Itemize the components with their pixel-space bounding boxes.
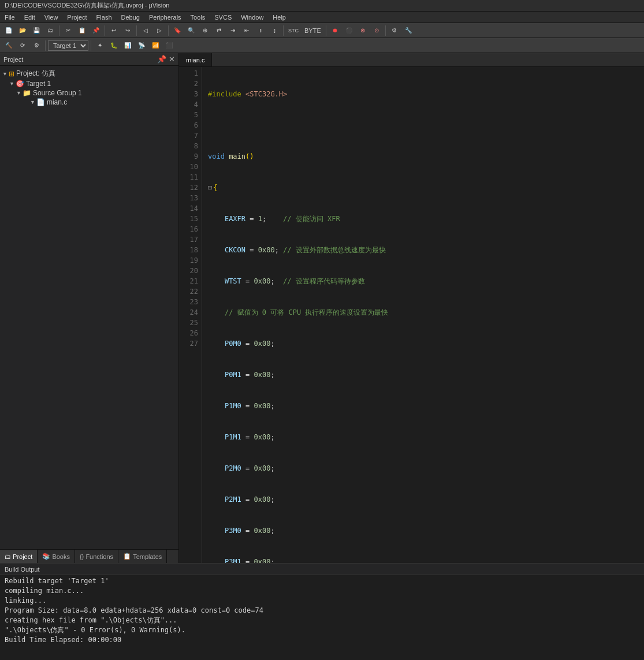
debug-mode-btn[interactable]: 🐛 [107,39,120,52]
ln-25: 25 [179,318,198,328]
step2-btn[interactable]: ⊙ [370,24,383,37]
stop-btn[interactable]: ⚫ [343,24,355,37]
build-line-3: linking... [5,596,639,606]
tab-books[interactable]: 📚 Books [38,550,75,563]
ln-3: 3 [179,89,198,99]
open-file-btn[interactable]: 📂 [16,24,29,37]
ln-7: 7 [179,130,198,141]
build-output-content[interactable]: Rebuild target 'Target 1' compiling mian… [0,575,644,660]
new-file-btn[interactable]: 📄 [2,24,15,37]
menu-window[interactable]: Window [236,13,268,22]
bookmark-btn[interactable]: 🔖 [171,24,184,37]
sidebar-title: Project [3,56,23,63]
paste-btn[interactable]: 📌 [90,24,102,37]
ln-19: 19 [179,255,198,266]
sep5 [283,25,284,36]
tb-btn3[interactable]: 📡 [135,39,148,52]
expand-icon-group: ▼ [16,90,21,96]
undo-btn[interactable]: ↩ [107,24,120,37]
tree-file-mian[interactable]: ▼ 📄 mian.c [0,98,178,107]
nav-back-btn[interactable]: ◁ [139,24,152,37]
menu-svcs[interactable]: SVCS [210,13,236,22]
menu-peripherals[interactable]: Peripherals [144,13,186,22]
sep6 [326,25,326,36]
tree-project-root[interactable]: ▼ ⊞ Project: 仿真 [0,68,178,79]
tb-btn5[interactable]: ⬛ [163,39,176,52]
sidebar-tabs: 🗂 Project 📚 Books {} Functions 📋 Templat… [0,549,178,563]
code-line-4: ⊟{ [208,182,644,193]
code-line-8: // 赋值为 0 可将 CPU 执行程序的速度设置为最快 [208,307,644,318]
copy-btn[interactable]: 📋 [76,24,88,37]
target-label: Target 1 [26,80,51,88]
build-line-6: ".\Objects\仿真" - 0 Error(s), 0 Warning(s… [5,625,639,635]
sep8 [45,40,46,51]
code-line-14: P2M1 = 0x00; [208,494,644,505]
save-btn[interactable]: 💾 [30,24,43,37]
step-btn[interactable]: ⊗ [356,24,369,37]
tab-project-label: Project [13,553,32,560]
build-btn[interactable]: 🔨 [2,39,15,52]
ln-20: 20 [179,266,198,276]
ln-8: 8 [179,141,198,151]
project-tree: ▼ ⊞ Project: 仿真 ▼ 🎯 Target 1 ▼ 📁 Source … [0,66,178,549]
code-line-11: P1M0 = 0x00; [208,401,644,411]
menu-help[interactable]: Help [268,13,291,22]
tb-btn1[interactable]: ✦ [94,39,106,52]
ln-11: 11 [179,172,198,182]
code-editor[interactable]: 1 2 3 4 5 6 7 8 9 10 11 12 13 14 15 16 1… [179,67,644,563]
menu-view[interactable]: View [40,13,63,22]
ln-22: 22 [179,286,198,297]
build-output: Build Output Rebuild target 'Target 1' c… [0,563,644,660]
sep2 [105,25,105,36]
c-file-icon: 📄 [36,98,45,106]
editor-area: mian.c 1 2 3 4 5 6 7 8 9 10 11 12 13 14 … [179,53,644,563]
tab-functions[interactable]: {} Functions [75,550,118,563]
indent-btn[interactable]: ⇥ [226,24,239,37]
tab-books-icon: 📚 [42,553,50,560]
expand-icon-root: ▼ [2,71,8,77]
run-btn[interactable]: ⏺ [329,24,341,37]
rebuild-btn[interactable]: ⟳ [16,39,29,52]
tab-project[interactable]: 🗂 Project [0,550,38,563]
toolbar-1: 📄 📂 💾 🗂 ✂ 📋 📌 ↩ ↪ ◁ ▷ 🔖 🔍 ⊕ ⇄ ⇥ ⇤ ⫾ ⫿ ST… [0,23,644,38]
unindent-btn[interactable]: ⇤ [240,24,253,37]
redo-btn[interactable]: ↪ [121,24,134,37]
code-line-16: P3M1 = 0x00; [208,557,644,563]
menu-flash[interactable]: Flash [92,13,117,22]
expand-icon-file: ▼ [30,99,35,105]
sidebar-pin-btn[interactable]: 📌 [157,55,166,64]
menu-project[interactable]: Project [62,13,91,22]
menu-file[interactable]: File [0,13,20,22]
target-dropdown[interactable]: Target 1 [48,40,88,51]
tb-btn2[interactable]: 📊 [121,39,134,52]
tab-project-icon: 🗂 [5,553,11,560]
stc-btn[interactable]: STC [286,24,301,37]
tree-target[interactable]: ▼ 🎯 Target 1 [0,79,178,88]
build-output-label: Build Output [5,566,40,573]
menu-debug[interactable]: Debug [117,13,144,22]
save-all-btn[interactable]: 🗂 [44,24,57,37]
misc-btn[interactable]: 🔧 [402,24,415,37]
nav-fwd-btn[interactable]: ▷ [153,24,166,37]
settings-btn[interactable]: ⚙ [388,24,401,37]
col-btn[interactable]: ⫾ [254,24,267,37]
target-options-btn[interactable]: ⚙ [30,39,43,52]
code-line-12: P1M1 = 0x00; [208,432,644,442]
sidebar-header: Project 📌 ✕ [0,53,178,66]
menu-tools[interactable]: Tools [186,13,210,22]
build-output-header: Build Output [0,564,644,575]
sidebar-close-btn[interactable]: ✕ [169,55,175,64]
tree-source-group[interactable]: ▼ 📁 Source Group 1 [0,88,178,98]
find2-btn[interactable]: ⊕ [199,24,211,37]
sep4 [168,25,169,36]
col2-btn[interactable]: ⫿ [268,24,281,37]
editor-tab-mian[interactable]: mian.c [179,53,212,66]
tab-templates[interactable]: 📋 Templates [118,550,167,563]
cut-btn[interactable]: ✂ [62,24,75,37]
code-content[interactable]: #include <STC32G.H> void main() ⊟{ EAXFR… [202,67,644,563]
menu-edit[interactable]: Edit [20,13,40,22]
find-btn[interactable]: 🔍 [185,24,198,37]
tb-btn4[interactable]: 📶 [149,39,162,52]
replace-btn[interactable]: ⇄ [213,24,225,37]
code-line-1: #include <STC32G.H> [208,89,644,99]
